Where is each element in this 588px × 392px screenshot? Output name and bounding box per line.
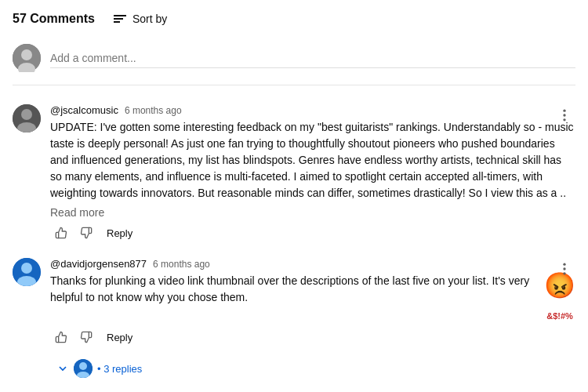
like-button[interactable] <box>50 328 72 347</box>
comment-text: Thanks for plunking a video link thumbna… <box>50 273 575 323</box>
comment-text: UPDATE: I've gotten some interesting fee… <box>50 119 575 201</box>
add-comment-row <box>13 44 575 85</box>
comment-body: @davidjorgensen877 6 months ago Thanks f… <box>50 258 575 381</box>
more-vert-icon <box>557 107 572 123</box>
reply-button[interactable]: Reply <box>100 328 139 347</box>
svg-point-4 <box>21 109 32 120</box>
comment-body: @jscalcomusic 6 months ago UPDATE: I've … <box>50 104 575 242</box>
comment-avatar <box>13 258 41 286</box>
thumbs-up-icon <box>55 331 67 343</box>
page-container: 57 Comments Sort by <box>0 0 588 392</box>
angry-emoji: 😡&$!#% <box>544 273 575 323</box>
more-options-button[interactable] <box>554 104 575 126</box>
reply-button[interactable]: Reply <box>100 224 139 242</box>
thumbs-down-icon <box>80 331 93 343</box>
svg-point-6 <box>563 110 565 112</box>
svg-point-1 <box>21 49 32 60</box>
dislike-button[interactable] <box>75 223 97 242</box>
like-button[interactable] <box>50 223 72 242</box>
comment-meta: @jscalcomusic 6 months ago <box>50 104 575 116</box>
svg-point-10 <box>21 263 32 274</box>
comment-actions: Reply <box>50 328 575 347</box>
sort-by-button[interactable]: Sort by <box>107 9 173 28</box>
comments-count: 57 Comments <box>13 12 95 26</box>
sort-icon <box>114 15 126 23</box>
thumbs-down-icon <box>80 227 93 239</box>
comments-header: 57 Comments Sort by <box>13 9 575 28</box>
comment-meta: @davidjorgensen877 6 months ago <box>50 258 575 270</box>
svg-point-8 <box>563 118 565 121</box>
svg-point-16 <box>563 267 565 270</box>
read-more-link[interactable]: Read more <box>50 206 104 219</box>
svg-point-7 <box>563 114 565 116</box>
svg-point-17 <box>563 272 565 274</box>
svg-point-15 <box>563 263 565 266</box>
comment-time: 6 months ago <box>153 259 210 270</box>
replies-toggle-button[interactable]: • 3 replies <box>50 356 148 381</box>
comments-list: @jscalcomusic 6 months ago UPDATE: I've … <box>13 104 575 392</box>
user-avatar <box>13 44 41 72</box>
more-vert-icon <box>557 261 572 277</box>
add-comment-input[interactable] <box>50 49 575 68</box>
sort-by-label: Sort by <box>132 13 167 25</box>
comment-text-content: Thanks for plunking a video link thumbna… <box>50 273 538 306</box>
replies-avatar-sm <box>74 359 93 378</box>
more-options-button[interactable] <box>554 258 575 280</box>
comment-avatar <box>13 104 41 132</box>
dislike-button[interactable] <box>75 328 97 347</box>
thumbs-up-icon <box>55 227 67 239</box>
replies-count-label: • 3 replies <box>97 363 142 375</box>
chevron-down-icon <box>56 362 69 375</box>
svg-point-13 <box>79 362 87 370</box>
comment-item: @jscalcomusic 6 months ago UPDATE: I've … <box>13 104 575 242</box>
comment-author: @jscalcomusic <box>50 104 118 116</box>
comment-actions: Reply <box>50 223 575 242</box>
comment-author: @davidjorgensen877 <box>50 258 147 270</box>
comment-time: 6 months ago <box>125 105 182 116</box>
comment-item: @davidjorgensen877 6 months ago Thanks f… <box>13 258 575 381</box>
